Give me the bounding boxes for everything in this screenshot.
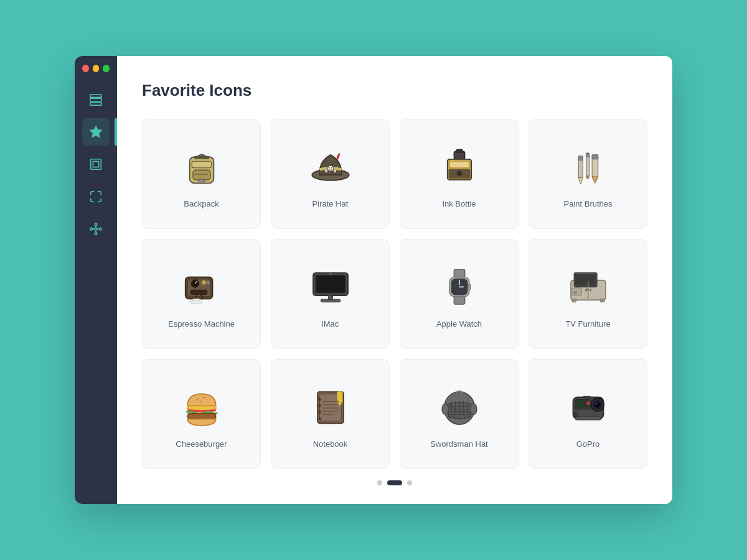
main-content: Favorite Icons (117, 56, 672, 504)
svg-point-118 (595, 403, 597, 404)
svg-rect-0 (90, 95, 101, 98)
svg-rect-79 (571, 299, 576, 302)
svg-point-109 (470, 404, 477, 415)
svg-rect-52 (190, 290, 207, 294)
svg-rect-84 (187, 414, 216, 419)
svg-rect-2 (90, 103, 101, 106)
svg-rect-35 (449, 161, 469, 168)
pirate-hat-label: Pirate Hat (312, 199, 349, 208)
svg-point-97 (318, 418, 321, 420)
svg-rect-40 (578, 156, 583, 161)
svg-point-94 (318, 398, 321, 401)
ink-bottle-label: Ink Bottle (442, 199, 476, 208)
svg-point-58 (329, 273, 331, 275)
svg-rect-121 (574, 413, 577, 417)
backpack-label: Backpack (184, 199, 218, 208)
sidebar-item-frame[interactable] (82, 151, 110, 178)
svg-point-50 (202, 281, 206, 285)
ink-bottle-icon (435, 142, 484, 192)
icon-card-ink-bottle[interactable]: Ink Bottle (400, 119, 519, 229)
maximize-button[interactable] (103, 65, 110, 72)
svg-point-95 (318, 404, 321, 407)
pirate-hat-icon (306, 142, 355, 192)
svg-point-51 (206, 281, 209, 284)
svg-rect-42 (586, 153, 589, 157)
svg-rect-57 (316, 276, 345, 292)
svg-rect-87 (337, 392, 342, 403)
svg-point-8 (100, 228, 102, 230)
svg-point-36 (456, 170, 462, 176)
icon-card-apple-watch[interactable]: Apple Watch (400, 239, 519, 349)
imac-label: iMac (322, 319, 339, 329)
icon-card-backpack[interactable]: Backpack (142, 119, 261, 229)
svg-rect-60 (321, 299, 341, 302)
cheeseburger-label: Cheeseburger (176, 439, 227, 449)
svg-point-10 (95, 233, 97, 235)
cheeseburger-icon (177, 382, 227, 432)
imac-icon (306, 262, 355, 312)
icon-card-pirate-hat[interactable]: Pirate Hat (271, 119, 390, 229)
swordsman-hat-label: Swordsman Hat (430, 439, 487, 449)
sidebar-item-nodes[interactable] (82, 215, 110, 243)
svg-point-75 (585, 289, 587, 292)
pagination (142, 469, 647, 485)
sidebar-item-favorites[interactable] (82, 118, 110, 146)
app-window: Favorite Icons (75, 56, 672, 504)
svg-rect-17 (194, 156, 209, 159)
svg-marker-3 (90, 126, 101, 137)
titlebar (75, 56, 117, 81)
pagination-dot-1[interactable] (377, 480, 382, 485)
svg-point-96 (318, 411, 321, 414)
paint-brushes-label: Paint Bruthes (563, 199, 612, 208)
svg-point-83 (199, 401, 202, 403)
svg-point-6 (95, 228, 97, 230)
svg-point-108 (442, 404, 449, 415)
svg-rect-5 (93, 161, 98, 167)
icon-card-swordsman-hat[interactable]: Swordsman Hat (400, 359, 519, 469)
sidebar-nav (75, 81, 117, 243)
pagination-dot-3[interactable] (407, 480, 412, 485)
svg-rect-19 (192, 161, 212, 168)
page-title: Favorite Icons (142, 81, 647, 100)
svg-rect-1 (90, 98, 101, 101)
svg-rect-80 (600, 299, 604, 302)
icon-card-tv-furniture[interactable]: TV Furniture (529, 239, 647, 349)
svg-point-9 (95, 223, 97, 226)
icon-card-notebook[interactable]: Notebook (271, 359, 390, 469)
gopro-icon: REC (563, 382, 613, 432)
svg-point-23 (327, 166, 333, 171)
active-indicator (115, 118, 117, 146)
icon-card-imac[interactable]: iMac (271, 239, 390, 349)
tv-furniture-label: TV Furniture (565, 319, 610, 329)
espresso-machine-icon (177, 262, 227, 312)
minimize-button[interactable] (93, 65, 100, 72)
svg-rect-120 (575, 417, 601, 420)
icon-grid: Backpack (142, 119, 647, 469)
swordsman-hat-icon (435, 382, 484, 432)
tv-furniture-icon (563, 262, 613, 312)
close-button[interactable] (82, 65, 89, 72)
svg-rect-119 (583, 396, 590, 399)
svg-marker-39 (578, 178, 583, 185)
svg-rect-78 (573, 291, 576, 294)
svg-rect-71 (575, 274, 596, 286)
svg-point-21 (200, 180, 202, 182)
svg-rect-37 (451, 161, 454, 162)
svg-point-7 (90, 228, 93, 230)
sidebar-item-selection[interactable] (82, 183, 110, 210)
pagination-dot-2[interactable] (387, 480, 402, 485)
espresso-machine-label: Espresso Machine (168, 319, 235, 329)
svg-point-76 (589, 289, 591, 292)
svg-point-24 (329, 167, 330, 169)
icon-card-paint-brushes[interactable]: Paint Bruthes (529, 119, 647, 229)
sidebar-item-layers[interactable] (82, 86, 110, 113)
notebook-icon (306, 382, 355, 432)
backpack-icon (177, 142, 227, 192)
icon-card-espresso-machine[interactable]: Espresso Machine (142, 239, 261, 349)
apple-watch-icon (435, 262, 484, 312)
icon-card-cheeseburger[interactable]: Cheeseburger (142, 359, 261, 469)
icon-card-gopro[interactable]: REC GoPro (529, 359, 647, 469)
svg-point-25 (331, 167, 332, 169)
notebook-label: Notebook (313, 439, 348, 449)
svg-rect-32 (456, 149, 463, 152)
